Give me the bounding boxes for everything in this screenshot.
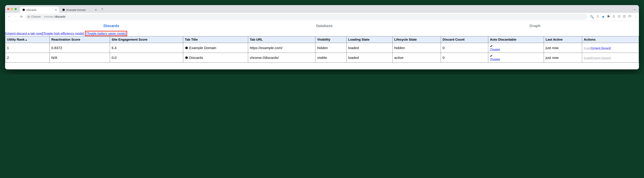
col-last-active[interactable]: Last Active — [544, 36, 582, 43]
cell-loading: loaded — [346, 43, 392, 53]
toggle-auto-discardable-link[interactable]: [Toggle] — [490, 48, 500, 51]
window-controls[interactable] — [7, 8, 17, 10]
urgent-discard-row-link[interactable]: [Urgent Discard] — [591, 47, 611, 50]
svg-point-2 — [28, 16, 30, 18]
sort-ascending-icon: ▲ — [25, 38, 28, 41]
cell-title: Discards — [183, 53, 248, 62]
new-tab-button[interactable]: + — [100, 7, 105, 11]
cell-url: https://example.com/ — [248, 43, 316, 53]
close-tab-icon[interactable]: ✕ — [55, 8, 57, 12]
browser-window: Discards ✕ Example Domain ✕ + ⌄ ← → ⟳ Ch… — [5, 5, 639, 69]
table-header-row: Utility Rank▲ Reactivation Score Site En… — [5, 36, 639, 43]
scheme-label: Chrome — [31, 15, 41, 18]
scheme-chip: Chrome — [28, 15, 42, 18]
action-links-bar: [Urgent discard a tab now][Toggle high e… — [5, 31, 639, 36]
maximize-window-icon[interactable] — [14, 8, 17, 10]
labs-icon[interactable] — [612, 15, 615, 18]
chrome-icon — [28, 16, 30, 18]
share-icon[interactable] — [596, 15, 599, 18]
highlight-annotation: [Toggle battery saver mode] — [85, 31, 127, 36]
urgent-discard-link[interactable]: [Urgent discard a tab now] — [5, 32, 42, 35]
sub-nav: Discards Database Graph — [5, 21, 639, 31]
urgent-discard-row-link[interactable]: [Urgent Discard] — [591, 56, 611, 60]
cell-rank: 1 — [5, 43, 50, 53]
col-discard-count[interactable]: Discard Count — [441, 36, 488, 43]
check-icon: ✔ — [490, 54, 542, 58]
reload-button[interactable]: ⟳ — [19, 15, 24, 18]
toggle-battery-saver-link[interactable]: [Toggle battery saver mode] — [86, 32, 126, 35]
col-site-engagement[interactable]: Site Engagement Score — [110, 36, 183, 43]
bookmark-star-icon[interactable]: ★ — [602, 15, 605, 19]
toolbar-actions: 🔍 ★ ⋮ — [590, 14, 637, 19]
close-tab-icon[interactable]: ✕ — [95, 8, 97, 12]
cell-lifecycle: hidden — [392, 43, 441, 53]
cell-last-active: just now — [544, 53, 582, 62]
cell-actions: [Load][Urgent Discard] — [582, 53, 639, 62]
cell-lifecycle: active — [392, 53, 441, 62]
cell-loading: loaded — [346, 53, 392, 62]
globe-icon — [185, 56, 188, 60]
col-actions[interactable]: Actions — [582, 36, 639, 43]
performance-icon[interactable] — [618, 15, 620, 18]
cell-title: Example Domain — [183, 43, 248, 53]
minimize-window-icon[interactable] — [11, 8, 13, 10]
toolbar: ← → ⟳ Chrome chrome://discards 🔍 ★ — [5, 13, 639, 21]
cell-actions: [Load][Urgent Discard] — [582, 43, 639, 53]
side-panel-icon[interactable] — [623, 15, 626, 18]
close-window-icon[interactable] — [7, 8, 9, 10]
table-row: 1 0.8372 6.4 Example Domain https://exam… — [5, 43, 639, 53]
svg-rect-5 — [623, 16, 626, 17]
chevron-down-icon[interactable]: ⌄ — [633, 7, 636, 11]
cell-discard-count: 0 — [441, 43, 488, 53]
load-link[interactable]: [Load] — [584, 56, 591, 60]
col-utility-rank[interactable]: Utility Rank▲ — [5, 36, 50, 43]
globe-icon — [62, 8, 65, 11]
subtab-discards[interactable]: Discards — [104, 24, 119, 28]
subtab-graph[interactable]: Graph — [530, 24, 540, 28]
cell-reactivation: N/A — [50, 53, 110, 62]
address-bar[interactable]: Chrome chrome://discards — [25, 14, 587, 20]
browser-tab-example[interactable]: Example Domain ✕ — [60, 7, 99, 13]
cell-engagement: 6.4 — [110, 43, 183, 53]
cell-last-active: just now — [544, 43, 582, 53]
forward-button: → — [13, 15, 18, 18]
extensions-icon[interactable] — [607, 15, 610, 18]
svg-point-8 — [629, 15, 630, 16]
cell-auto-discardable: ✔ [Toggle] — [488, 53, 544, 62]
load-link[interactable]: [Load] — [584, 47, 591, 50]
discards-table: Utility Rank▲ Reactivation Score Site En… — [5, 36, 639, 62]
svg-point-3 — [28, 16, 29, 17]
back-button[interactable]: ← — [7, 15, 12, 18]
globe-icon — [22, 8, 25, 11]
col-tab-title[interactable]: Tab Title — [183, 36, 248, 43]
zoom-icon[interactable]: 🔍 — [590, 15, 594, 19]
col-visibility[interactable]: Visibility — [316, 36, 346, 43]
cell-visibility: visible — [316, 53, 346, 62]
tab-title: Example Domain — [66, 8, 86, 11]
url-text: chrome://discards — [44, 15, 65, 18]
col-tab-url[interactable]: Tab URL — [248, 36, 316, 43]
cell-engagement: 0.0 — [110, 53, 183, 62]
cell-rank: 2 — [5, 53, 50, 62]
cell-url: chrome://discards/ — [248, 53, 316, 62]
col-lifecycle-state[interactable]: Lifecycle State — [392, 36, 441, 43]
subtab-database[interactable]: Database — [316, 24, 333, 28]
page-content: Discards Database Graph [Urgent discard … — [5, 21, 639, 69]
globe-icon — [185, 46, 188, 50]
cell-discard-count: 0 — [441, 53, 488, 62]
col-reactivation-score[interactable]: Reactivation Score — [50, 36, 110, 43]
browser-tab-discards[interactable]: Discards ✕ — [20, 7, 59, 13]
cell-reactivation: 0.8372 — [50, 43, 110, 53]
toggle-auto-discardable-link[interactable]: [Toggle] — [490, 58, 500, 61]
toggle-high-efficiency-link[interactable]: [Toggle high efficiency mode] — [42, 32, 84, 35]
cell-visibility: hidden — [316, 43, 346, 53]
cell-auto-discardable: ✔ [Toggle] — [488, 43, 544, 53]
tab-title: Discards — [26, 8, 36, 11]
col-loading-state[interactable]: Loading State — [346, 36, 392, 43]
tab-strip: Discards ✕ Example Domain ✕ + ⌄ — [5, 5, 639, 13]
check-icon: ✔ — [490, 44, 542, 48]
menu-icon[interactable]: ⋮ — [634, 15, 637, 19]
table-row: 2 N/A 0.0 Discards chrome://discards/ vi… — [5, 53, 639, 62]
profile-avatar-icon[interactable] — [628, 14, 632, 19]
col-auto-discardable[interactable]: Auto Discardable — [488, 36, 544, 43]
